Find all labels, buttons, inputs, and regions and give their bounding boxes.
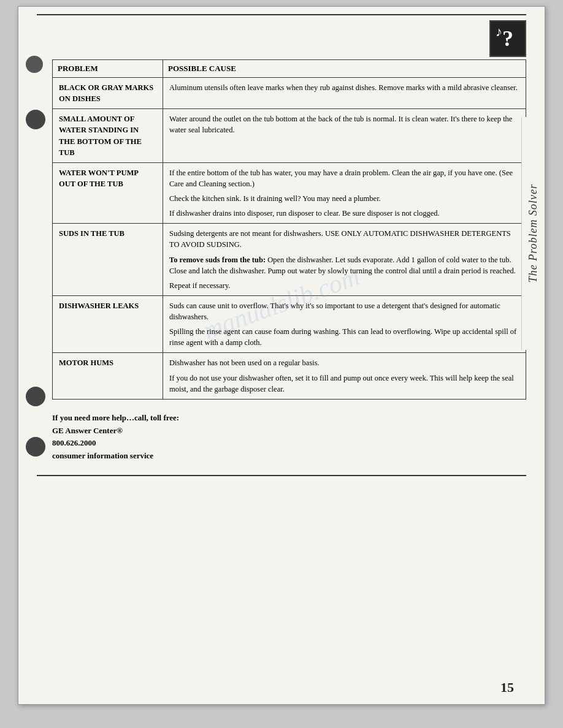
- side-label: The Problem Solver: [521, 117, 545, 350]
- dot-1: [26, 56, 43, 73]
- table-row: SUDS IN THE TUB Sudsing detergents are n…: [53, 224, 526, 296]
- ge-logo: ♪ ?: [489, 20, 526, 57]
- cause-para: Suds can cause unit to overflow. That's …: [169, 300, 519, 322]
- side-label-text: The Problem Solver: [527, 184, 540, 282]
- cause-para: Aluminum utensils often leave marks when…: [169, 82, 519, 93]
- problems-table: PROBLEM POSSIBLE CAUSE BLACK OR GRAY MAR…: [52, 59, 526, 400]
- cause-cell: If the entire bottom of the tub has wate…: [163, 162, 526, 224]
- page: ♪ ? The Problem Solver manualslib.com PR…: [18, 6, 545, 705]
- question-mark-icon: ?: [502, 26, 513, 51]
- cause-cell: Suds can cause unit to overflow. That's …: [163, 295, 526, 353]
- music-note-icon: ♪: [496, 24, 502, 40]
- cause-para: If the entire bottom of the tub has wate…: [169, 167, 519, 189]
- cause-cell: Sudsing detergents are not meant for dis…: [163, 224, 526, 296]
- table-row: WATER WON'T PUMP OUT OF THE TUB If the e…: [53, 162, 526, 224]
- cause-cell: Dishwasher has not been used on a regula…: [163, 353, 526, 399]
- problem-cell: MOTOR HUMS: [53, 353, 163, 399]
- cause-para: Check the kitchen sink. Is it draining w…: [169, 193, 519, 204]
- footer-line2: GE Answer Center®: [52, 425, 526, 438]
- problem-cell: WATER WON'T PUMP OUT OF THE TUB: [53, 162, 163, 224]
- cause-para: Spilling the rinse agent can cause foam …: [169, 326, 519, 348]
- dot-4: [26, 437, 45, 457]
- cause-para-suds: To remove suds from the tub: Open the di…: [169, 254, 519, 276]
- cause-para: If you do not use your dishwasher often,…: [169, 373, 519, 395]
- footer-line3: 800.626.2000: [52, 437, 526, 450]
- cause-para: Dishwasher has not been used on a regula…: [169, 357, 519, 368]
- dot-2: [26, 110, 45, 129]
- problem-cell: BLACK OR GRAY MARKS ON DISHES: [53, 78, 163, 109]
- table-row: DISHWASHER LEAKS Suds can cause unit to …: [53, 295, 526, 353]
- cause-para: Water around the outlet on the tub botto…: [169, 113, 519, 135]
- cause-para: Sudsing detergents are not meant for dis…: [169, 228, 519, 250]
- logo-area: ♪ ?: [18, 15, 545, 59]
- cause-cell: Water around the outlet on the tub botto…: [163, 109, 526, 163]
- cause-cell: Aluminum utensils often leave marks when…: [163, 78, 526, 109]
- problem-header: PROBLEM: [53, 60, 163, 78]
- footer-line4: consumer information service: [52, 450, 526, 463]
- main-content: PROBLEM POSSIBLE CAUSE BLACK OR GRAY MAR…: [52, 59, 526, 475]
- footer-line1: If you need more help…call, toll free:: [52, 412, 526, 425]
- suds-bold-label: To remove suds from the tub:: [169, 256, 266, 264]
- bottom-border: [37, 475, 526, 476]
- page-number: 15: [500, 680, 514, 696]
- problem-cell: SMALL AMOUNT OF WATER STANDING IN THE BO…: [53, 109, 163, 163]
- side-dots-top: [26, 56, 45, 129]
- footer-help: If you need more help…call, toll free: G…: [52, 412, 526, 463]
- table-row: BLACK OR GRAY MARKS ON DISHES Aluminum u…: [53, 78, 526, 109]
- cause-para: Repeat if necessary.: [169, 280, 519, 291]
- problem-cell: DISHWASHER LEAKS: [53, 295, 163, 353]
- cause-header: POSSIBLE CAUSE: [163, 60, 526, 78]
- dot-3: [26, 387, 45, 406]
- cause-para: If dishwasher drains into disposer, run …: [169, 208, 519, 219]
- problem-cell: SUDS IN THE TUB: [53, 224, 163, 296]
- side-dots-lower: [26, 387, 45, 457]
- table-row: SMALL AMOUNT OF WATER STANDING IN THE BO…: [53, 109, 526, 163]
- table-row: MOTOR HUMS Dishwasher has not been used …: [53, 353, 526, 399]
